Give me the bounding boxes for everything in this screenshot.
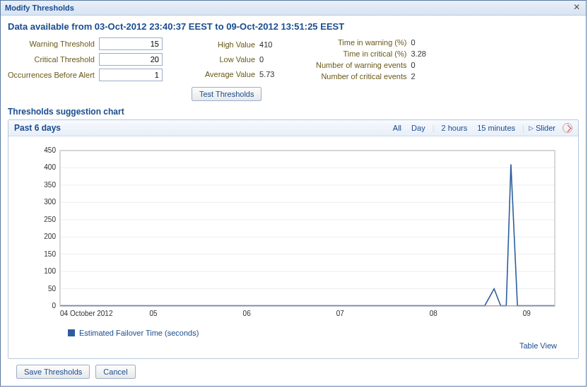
avg-value-label: Average Value: [205, 70, 255, 78]
critical-threshold-input[interactable]: [99, 53, 163, 66]
svg-text:08: 08: [430, 310, 438, 317]
svg-text:400: 400: [44, 163, 56, 171]
svg-text:450: 450: [44, 146, 56, 154]
num-critical-label: Number of critical events: [316, 72, 406, 81]
line-chart: 05010015020025030035040045004 October 20…: [17, 143, 570, 327]
threshold-inputs: Warning Threshold Critical Threshold Occ…: [8, 37, 163, 81]
num-warning-label: Number of warning events: [316, 61, 406, 69]
high-value-label: High Value: [205, 40, 255, 49]
svg-text:50: 50: [48, 285, 57, 293]
svg-rect-0: [60, 151, 555, 306]
occurrences-label: Occurrences Before Alert: [8, 71, 95, 79]
occurrences-input[interactable]: [99, 69, 163, 81]
section-title: Thresholds suggestion chart: [8, 107, 579, 117]
warning-threshold-label: Warning Threshold: [8, 40, 95, 48]
critical-threshold-label: Critical Threshold: [8, 55, 95, 64]
svg-text:100: 100: [44, 267, 56, 275]
chart-range-label: Past 6 days: [14, 123, 386, 133]
low-value-label: Low Value: [205, 55, 255, 64]
time-warning-value: 0: [411, 38, 432, 47]
test-thresholds-button[interactable]: Test Thresholds: [192, 87, 261, 101]
refresh-icon[interactable]: [563, 123, 572, 133]
svg-text:05: 05: [150, 310, 158, 317]
svg-text:300: 300: [44, 198, 56, 206]
event-stats: Time in warning (%) 0 Time in critical (…: [316, 37, 432, 81]
range-all[interactable]: All: [390, 124, 404, 132]
slider-button[interactable]: ▷ Slider: [529, 124, 555, 132]
close-icon[interactable]: ✕: [572, 3, 582, 13]
svg-text:04 October 2012: 04 October 2012: [60, 310, 113, 317]
warning-threshold-input[interactable]: [99, 37, 163, 50]
low-value: 0: [259, 55, 281, 64]
svg-text:06: 06: [243, 310, 252, 317]
chart-panel: Past 6 days All Day | 2 hours 15 minutes…: [8, 119, 579, 359]
time-critical-label: Time in critical (%): [316, 49, 406, 58]
play-icon: ▷: [529, 124, 534, 131]
svg-text:350: 350: [44, 181, 56, 189]
avg-value: 5.73: [259, 70, 281, 78]
high-value: 410: [259, 40, 281, 49]
titlebar: Modify Thresholds ✕: [1, 1, 586, 16]
svg-text:200: 200: [44, 233, 56, 240]
cancel-button[interactable]: Cancel: [95, 365, 135, 379]
legend-label: Estimated Failover Time (seconds): [79, 329, 199, 337]
svg-text:150: 150: [44, 250, 56, 258]
value-stats: High Value 410 Low Value 0 Average Value…: [205, 37, 281, 81]
svg-text:09: 09: [523, 310, 531, 317]
time-warning-label: Time in warning (%): [316, 38, 406, 47]
time-critical-value: 3.28: [411, 49, 432, 58]
range-day[interactable]: Day: [408, 124, 428, 132]
window-title: Modify Thresholds: [5, 4, 74, 12]
range-15min[interactable]: 15 minutes: [474, 124, 518, 132]
svg-text:07: 07: [336, 310, 345, 317]
num-critical-value: 2: [411, 72, 432, 81]
save-thresholds-button[interactable]: Save Thresholds: [16, 365, 90, 379]
num-warning-value: 0: [411, 61, 432, 69]
range-2hours[interactable]: 2 hours: [439, 124, 471, 132]
table-view-link[interactable]: Table View: [519, 341, 557, 350]
data-range-text: Data available from 03-Oct-2012 23:40:37…: [8, 21, 579, 32]
chart-legend: Estimated Failover Time (seconds): [68, 329, 570, 337]
legend-swatch-icon: [68, 329, 75, 336]
chart-toolbar: Past 6 days All Day | 2 hours 15 minutes…: [8, 120, 578, 136]
svg-text:250: 250: [44, 216, 56, 223]
svg-text:0: 0: [52, 302, 56, 310]
